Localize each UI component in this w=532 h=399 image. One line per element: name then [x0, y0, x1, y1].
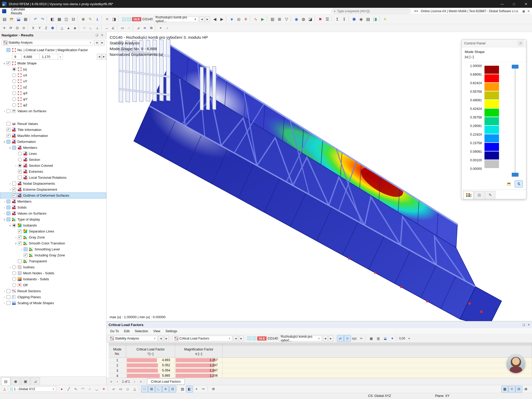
- prev-table-button[interactable]: ◀: [233, 336, 238, 341]
- close-button[interactable]: ✕: [520, 0, 532, 8]
- toolbar-item[interactable]: [139, 386, 141, 391]
- icon-undo[interactable]: ↶: [32, 16, 39, 23]
- tree-checkbox[interactable]: [6, 122, 10, 126]
- toolbar-item[interactable]: [30, 16, 31, 22]
- icon-zoom-all[interactable]: ⊙: [21, 25, 27, 31]
- icon-insert-arc[interactable]: ◠: [79, 386, 86, 393]
- tree-checkbox[interactable]: [18, 176, 22, 179]
- icon-layers-bottom[interactable]: ▤: [179, 386, 186, 393]
- prev-combination-button[interactable]: ◀: [323, 336, 328, 341]
- icon-tables-toggle[interactable]: ▦: [56, 16, 63, 23]
- icon-settings-bottom[interactable]: ⚙: [210, 386, 217, 393]
- first-page-button[interactable]: «: [109, 379, 114, 384]
- tree-item-phiy[interactable]: φY: [0, 96, 106, 102]
- tree-item-gray-zone[interactable]: › Gray Zone: [0, 234, 106, 240]
- table-row[interactable]: 4 5.865 1.206: [109, 373, 532, 378]
- tree-item-title-information[interactable]: Title Information: [0, 127, 106, 133]
- icon-open-model[interactable]: ⬒: [8, 16, 15, 23]
- icon-select-window[interactable]: ▭: [119, 25, 126, 31]
- tree-item-smooth-color-transition[interactable]: ∨ Smooth Color Transition: [0, 240, 106, 246]
- panel-options-button[interactable]: ⬒: [505, 180, 513, 188]
- icon-zoom-in[interactable]: ⊕: [80, 16, 87, 23]
- tree-checkbox[interactable]: [6, 61, 10, 65]
- tree-checkbox[interactable]: [12, 73, 16, 77]
- tree-item-local-torsional-rotations[interactable]: Local Torsional Rotations: [0, 175, 106, 181]
- icon-insert-support[interactable]: △: [131, 386, 138, 393]
- color-scale[interactable]: 1.00000 0.69091 0.62424 0.55758: [462, 66, 526, 179]
- tree-checkbox[interactable]: [6, 295, 10, 299]
- toolbar-item[interactable]: [101, 16, 103, 22]
- icon-angle[interactable]: ∠: [110, 25, 116, 31]
- tree-checkbox[interactable]: [18, 229, 22, 233]
- tree-checkbox[interactable]: [6, 289, 10, 293]
- tree-checkbox[interactable]: [6, 109, 10, 113]
- icon-zoom-window[interactable]: ⊡: [14, 25, 21, 31]
- tree-checkbox[interactable]: [18, 241, 22, 245]
- result-type-icon[interactable]: [122, 17, 126, 21]
- icon-table-print[interactable]: ▥: [375, 335, 382, 342]
- slider-track[interactable]: [515, 67, 516, 174]
- icon-move-up[interactable]: ↥: [334, 16, 341, 23]
- next-page-button[interactable]: ›: [132, 379, 137, 384]
- icon-animate-mode-shape[interactable]: ▶: [259, 16, 266, 23]
- navigator-float-icon[interactable]: ❏: [94, 33, 99, 38]
- icon-calculate[interactable]: λ: [94, 16, 101, 23]
- tree-item-extreme-displacement[interactable]: › Extreme Displacement: [0, 187, 106, 192]
- tree-checkbox[interactable]: [6, 128, 10, 132]
- tree-item-isobands[interactable]: ∨ Isobands: [0, 222, 106, 228]
- icon-solid-display[interactable]: ▲: [65, 25, 72, 31]
- icon-view-mode[interactable]: ◉: [358, 16, 365, 23]
- search-options-icon[interactable]: ≡⌖: [414, 9, 418, 13]
- tree-checkbox[interactable]: [18, 158, 22, 162]
- expand-icon[interactable]: ›: [2, 109, 6, 113]
- result-type-icon[interactable]: [247, 336, 251, 340]
- icon-snap-grid[interactable]: ∷: [141, 386, 148, 393]
- icon-redo[interactable]: ↷: [39, 16, 46, 23]
- expand-icon[interactable]: ›: [2, 301, 6, 305]
- tree-checkbox[interactable]: [12, 67, 16, 71]
- icon-insert-surface[interactable]: ▱: [110, 386, 117, 393]
- panel-tab-color-scale[interactable]: ☰: [463, 191, 474, 199]
- icon-sync-selection[interactable]: ⊙: [344, 335, 351, 342]
- toolbar-item[interactable]: [396, 335, 398, 341]
- icon-trim[interactable]: ✂: [200, 386, 207, 393]
- tree-checkbox[interactable]: [12, 277, 16, 281]
- icon-measure[interactable]: ↔: [103, 25, 110, 31]
- tree-checkbox[interactable]: [18, 235, 22, 239]
- icon-result-values-xyz[interactable]: xyz: [351, 335, 358, 342]
- icon-move-down[interactable]: ↧: [341, 16, 348, 23]
- tree-item-transparent[interactable]: Transparent: [0, 258, 106, 264]
- tree-item-maxmin-information[interactable]: Max/Min Information: [0, 133, 106, 139]
- nav-tab-display[interactable]: ◉: [11, 377, 20, 385]
- tree-item-phiz[interactable]: φZ: [0, 102, 106, 108]
- table-combination-combo[interactable]: Rozhodující komb pro vyboč...∨: [279, 336, 322, 341]
- icon-save[interactable]: ⬓: [15, 16, 22, 23]
- user-avatar[interactable]: [507, 354, 525, 373]
- tree-checkbox[interactable]: [12, 194, 16, 197]
- prev-page-button[interactable]: ‹: [115, 379, 120, 384]
- icon-manage-configurations[interactable]: ☰: [324, 16, 331, 23]
- toolbar-item[interactable]: [101, 25, 103, 31]
- analysis-combo[interactable]: Stability Analysis∨: [2, 40, 93, 45]
- table-analysis-combo[interactable]: Stability Analysis∨: [108, 336, 157, 341]
- mode-number-value[interactable]: 9: [12, 54, 21, 59]
- tree-checkbox[interactable]: [6, 217, 10, 221]
- table-row[interactable]: 1 4.893 1.257: [109, 358, 532, 363]
- next-analysis-button[interactable]: ▶: [100, 40, 105, 45]
- icon-mesh[interactable]: ≋: [142, 25, 148, 31]
- icon-object-snap[interactable]: ⊡: [169, 386, 176, 393]
- next-combination-button[interactable]: ▶: [205, 16, 210, 22]
- toolbar-item[interactable]: [226, 16, 228, 22]
- icon-ortho-toggle[interactable]: ∟: [155, 386, 162, 393]
- control-panel-close-icon[interactable]: ✕: [518, 41, 523, 46]
- toolbar-item[interactable]: [208, 386, 209, 391]
- icon-table-filter[interactable]: ▽: [283, 16, 290, 23]
- icon-settings[interactable]: ⚙: [148, 25, 155, 31]
- tree-item-deformation-members[interactable]: ∨ Members: [0, 145, 106, 151]
- icon-coordinate-system[interactable]: ⊥: [1, 386, 8, 393]
- expand-icon[interactable]: ∨: [2, 140, 6, 144]
- table-type-combo[interactable]: Critical Load Factors∨: [172, 336, 232, 341]
- icon-insert-circle[interactable]: ○: [86, 386, 93, 393]
- tree-checkbox[interactable]: [6, 140, 10, 144]
- icon-add-table[interactable]: ⊞: [276, 16, 283, 23]
